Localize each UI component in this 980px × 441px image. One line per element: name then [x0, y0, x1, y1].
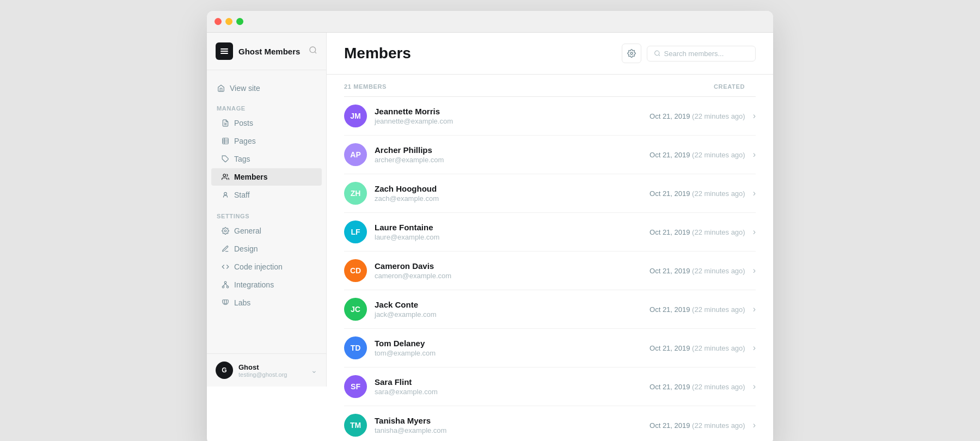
member-name: Sara Flint — [375, 377, 438, 387]
chevron-right-icon: › — [753, 266, 756, 275]
member-email: zach@example.com — [375, 194, 439, 203]
created-ago: (22 minutes ago) — [692, 151, 745, 159]
created-date: Oct 21, 2019 (22 minutes ago) — [650, 267, 745, 275]
avatar: CD — [344, 259, 367, 282]
members-table: 21 MEMBERS CREATED JM Jeannette Morris j… — [327, 75, 773, 441]
avatar-initials: TD — [351, 344, 361, 352]
created-ago: (22 minutes ago) — [692, 305, 745, 314]
avatar-initials: ZH — [351, 189, 361, 198]
view-site-label: View site — [230, 84, 260, 93]
footer-email: testing@ghost.org — [238, 371, 287, 378]
sidebar-item-staff[interactable]: Staff — [211, 186, 322, 204]
pages-label: Pages — [234, 137, 256, 145]
sidebar-item-integrations[interactable]: Integrations — [211, 276, 322, 293]
sidebar-item-tags[interactable]: Tags — [211, 150, 322, 168]
table-row[interactable]: ZH Zach Hooghoud zach@example.com Oct 21… — [344, 174, 756, 213]
member-email: archer@example.com — [375, 156, 444, 164]
table-row[interactable]: CD Cameron Davis cameron@example.com Oct… — [344, 252, 756, 290]
created-ago: (22 minutes ago) — [692, 228, 745, 236]
avatar-initials: LF — [351, 228, 360, 236]
sidebar-item-general[interactable]: General — [211, 222, 322, 240]
member-right: Oct 21, 2019 (22 minutes ago) › — [650, 111, 756, 121]
table-row[interactable]: AP Archer Phillips archer@example.com Oc… — [344, 136, 756, 174]
members-icon — [221, 173, 230, 181]
posts-label: Posts — [234, 119, 253, 127]
maximize-button[interactable] — [236, 18, 243, 25]
chevron-right-icon: › — [753, 227, 756, 237]
table-row[interactable]: JM Jeannette Morris jeannette@example.co… — [344, 97, 756, 136]
tags-icon — [221, 155, 230, 163]
sidebar-item-code-injection[interactable]: Code injection — [211, 258, 322, 275]
avatar: ZH — [344, 182, 367, 205]
avatar: AP — [344, 143, 367, 166]
member-left: AP Archer Phillips archer@example.com — [344, 143, 444, 166]
traffic-lights — [215, 18, 243, 25]
svg-point-20 — [630, 52, 633, 54]
app-window: Ghost Members — [207, 11, 773, 441]
chevron-right-icon: › — [753, 420, 756, 430]
avatar: JC — [344, 298, 367, 321]
sidebar-item-design[interactable]: Design — [211, 240, 322, 258]
avatar-initials: TM — [350, 421, 361, 430]
table-row[interactable]: SF Sara Flint sara@example.com Oct 21, 2… — [344, 367, 756, 406]
main-header: Members — [327, 33, 773, 75]
created-date: Oct 21, 2019 (22 minutes ago) — [650, 421, 745, 430]
svg-rect-0 — [220, 48, 228, 50]
close-button[interactable] — [215, 18, 222, 25]
sidebar-item-view-site[interactable]: View site — [207, 80, 326, 96]
integrations-label: Integrations — [234, 280, 274, 289]
table-row[interactable]: LF Laure Fontaine laure@example.com Oct … — [344, 213, 756, 252]
main-content: Members — [327, 33, 773, 441]
chevron-right-icon: › — [753, 188, 756, 198]
search-icon[interactable] — [309, 46, 317, 57]
brand-icon — [216, 42, 233, 60]
member-left: SF Sara Flint sara@example.com — [344, 375, 438, 398]
sidebar-item-posts[interactable]: Posts — [211, 114, 322, 132]
sidebar-item-labs[interactable]: Labs — [211, 294, 322, 311]
created-date: Oct 21, 2019 (22 minutes ago) — [650, 344, 745, 352]
svg-line-22 — [659, 54, 660, 56]
svg-point-14 — [224, 230, 226, 232]
svg-rect-1 — [220, 51, 228, 52]
avatar: TM — [344, 414, 367, 437]
avatar: JM — [344, 105, 367, 127]
member-email: sara@example.com — [375, 388, 438, 396]
avatar: SF — [344, 375, 367, 398]
table-row[interactable]: TD Tom Delaney tom@example.com Oct 21, 2… — [344, 329, 756, 367]
member-right: Oct 21, 2019 (22 minutes ago) › — [650, 266, 756, 275]
labs-icon — [221, 298, 230, 307]
members-count: 21 MEMBERS — [344, 83, 387, 90]
member-email: tanisha@example.com — [375, 426, 446, 434]
search-input[interactable] — [664, 50, 749, 58]
member-left: CD Cameron Davis cameron@example.com — [344, 259, 451, 282]
table-row[interactable]: TM Tanisha Myers tanisha@example.com Oct… — [344, 406, 756, 441]
member-info: Jack Conte jack@example.com — [375, 300, 437, 318]
settings-section: SETTINGS General — [207, 209, 326, 312]
sidebar-item-pages[interactable]: Pages — [211, 132, 322, 150]
member-left: TM Tanisha Myers tanisha@example.com — [344, 414, 446, 437]
gear-icon — [627, 49, 636, 58]
created-date: Oct 21, 2019 (22 minutes ago) — [650, 383, 745, 391]
labs-label: Labs — [234, 298, 250, 307]
svg-point-13 — [224, 192, 227, 195]
member-info: Cameron Davis cameron@example.com — [375, 261, 451, 280]
member-name: Cameron Davis — [375, 261, 451, 271]
sidebar-item-members[interactable]: Members — [211, 168, 322, 186]
member-email: jack@example.com — [375, 310, 437, 318]
avatar-initials: CD — [350, 266, 361, 275]
code-injection-label: Code injection — [234, 262, 283, 271]
minimize-button[interactable] — [225, 18, 232, 25]
table-row[interactable]: JC Jack Conte jack@example.com Oct 21, 2… — [344, 290, 756, 329]
member-right: Oct 21, 2019 (22 minutes ago) › — [650, 420, 756, 430]
created-ago: (22 minutes ago) — [692, 421, 745, 430]
member-right: Oct 21, 2019 (22 minutes ago) › — [650, 227, 756, 237]
created-date: Oct 21, 2019 (22 minutes ago) — [650, 189, 745, 198]
member-info: Sara Flint sara@example.com — [375, 377, 438, 396]
sidebar-footer[interactable]: G Ghost testing@ghost.org ⌄ — [207, 353, 326, 387]
settings-label: SETTINGS — [207, 209, 326, 222]
member-name: Tom Delaney — [375, 339, 436, 348]
created-ago: (22 minutes ago) — [692, 344, 745, 352]
staff-icon — [221, 191, 230, 199]
svg-line-19 — [225, 284, 228, 286]
settings-button[interactable] — [622, 44, 641, 63]
